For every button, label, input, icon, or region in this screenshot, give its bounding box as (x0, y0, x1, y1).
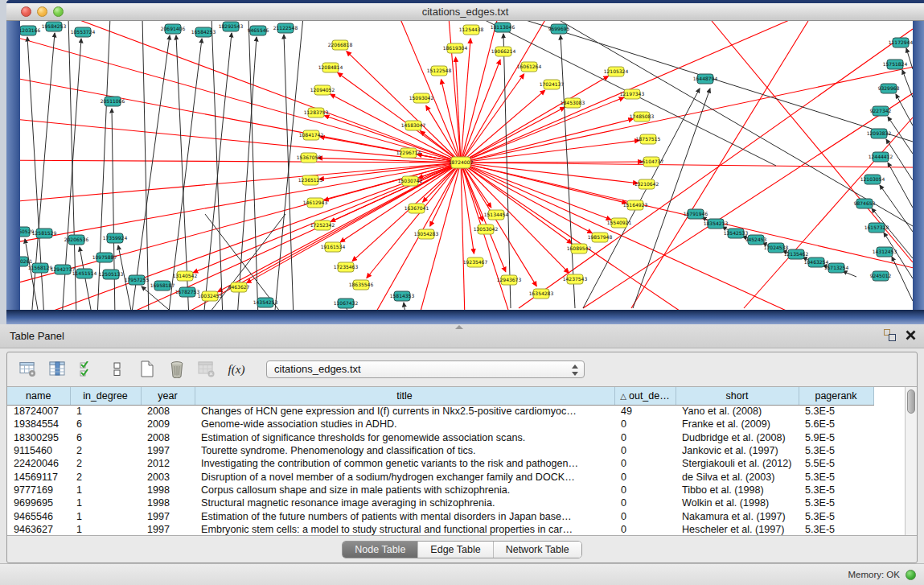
table-row[interactable]: 977716911998Corpus callosum shape and si… (7, 484, 873, 496)
table-cell[interactable]: 9777169 (7, 484, 70, 496)
table-row[interactable]: 1872400712008Changes of HCN gene express… (7, 405, 873, 418)
table-cell[interactable]: 49 (614, 405, 676, 418)
column-header-short[interactable]: short (676, 387, 799, 405)
table-cell[interactable]: 5.6E-5 (799, 418, 873, 431)
graph-edge[interactable] (888, 163, 913, 208)
table-cell[interactable]: 2 (70, 457, 141, 470)
table-cell[interactable]: 9465546 (7, 509, 70, 522)
graph-edge[interactable] (461, 76, 609, 163)
graph-edge[interactable] (97, 21, 110, 310)
table-cell[interactable]: 19384554 (7, 418, 70, 431)
graph-edge[interactable] (274, 21, 303, 310)
table-cell[interactable]: 9463627 (7, 523, 70, 536)
table-cell[interactable]: Stergiakouli et al. (2012) (676, 457, 799, 470)
scrollbar-thumb[interactable] (907, 389, 915, 414)
graph-edge[interactable] (461, 163, 569, 273)
table-cell[interactable]: Disruption of a novel member of a sodium… (195, 470, 614, 483)
table-cell[interactable]: 5.3E-5 (799, 470, 873, 483)
show-column-icon[interactable] (48, 359, 68, 380)
table-cell[interactable]: Dudbridge et al. (2008) (676, 431, 799, 444)
graph-edge[interactable] (461, 163, 913, 310)
table-cell[interactable]: Tibbo et al. (1998) (676, 484, 799, 496)
graph-edge[interactable] (211, 21, 223, 310)
table-cell[interactable]: Investigating the contribution of common… (195, 457, 614, 470)
table-cell[interactable]: 1998 (141, 496, 195, 509)
graph-edge[interactable] (142, 21, 149, 310)
table-cell[interactable]: 0 (614, 523, 676, 536)
table-row[interactable]: 1830029562008Estimation of significance … (7, 431, 873, 444)
table-cell[interactable]: Tourette syndrome. Phenomenology and cla… (195, 444, 614, 457)
graph-edge[interactable] (461, 163, 913, 310)
graph-edge[interactable] (248, 21, 258, 310)
graph-edge[interactable] (404, 303, 406, 310)
tab-node-table[interactable]: Node Table (343, 542, 417, 558)
graph-edge[interactable] (461, 163, 913, 310)
column-header-pagerank[interactable]: pagerank (799, 387, 873, 405)
table-cell[interactable]: 5.3E-5 (799, 509, 873, 522)
graph-edge[interactable] (519, 29, 913, 308)
table-row[interactable]: 2242004622012Investigating the contribut… (7, 457, 873, 470)
graph-edge[interactable] (892, 257, 913, 301)
table-cell[interactable]: Wolkin et al. (1998) (676, 496, 799, 509)
table-cell[interactable]: 1997 (141, 509, 195, 522)
table-cell[interactable]: 5.3E-5 (799, 484, 873, 496)
table-cell[interactable]: Structural magnetic resonance image aver… (195, 496, 614, 509)
table-cell[interactable]: 0 (614, 470, 676, 483)
graph-edge[interactable] (461, 163, 503, 310)
table-cell[interactable]: 14569117 (7, 470, 70, 483)
column-header-name[interactable]: name (7, 387, 70, 405)
table-settings-icon[interactable] (18, 359, 38, 380)
table-cell[interactable]: Jankovic et al. (1997) (676, 444, 799, 457)
table-cell[interactable]: Embryonic stem cells: a model to study s… (195, 523, 614, 536)
network-canvas[interactable]: 2206681812084814120940521128375310841742… (20, 21, 913, 310)
table-cell[interactable]: 9699695 (7, 496, 70, 509)
graph-edge[interactable] (176, 35, 189, 310)
table-cell[interactable]: 2012 (141, 457, 195, 470)
table-cell[interactable]: 0 (614, 496, 676, 509)
graph-edge[interactable] (902, 70, 913, 97)
graph-edge[interactable] (342, 21, 461, 163)
table-cell[interactable]: 1 (70, 405, 141, 418)
table-cell[interactable]: 1997 (141, 444, 195, 457)
table-row[interactable]: 911546021997Tourette syndrome. Phenomeno… (7, 444, 873, 457)
table-cell[interactable]: Estimation of significance thresholds fo… (195, 431, 614, 444)
splitter-grip-icon[interactable] (455, 325, 463, 329)
graph-edge[interactable] (461, 163, 913, 310)
table-cell[interactable]: 2 (70, 470, 141, 483)
table-selector-dropdown[interactable]: citations_edges.txt (266, 360, 585, 378)
table-cell[interactable]: Franke et al. (2009) (676, 418, 799, 431)
function-builder-icon[interactable]: f(x) (227, 359, 246, 380)
table-cell[interactable]: 2008 (141, 431, 195, 444)
window-titlebar[interactable]: citations_edges.txt (6, 3, 924, 21)
table-cell[interactable]: 1998 (141, 484, 195, 496)
table-cell[interactable]: Corpus callosum shape and size in male p… (195, 484, 614, 496)
graph-edge[interactable] (886, 139, 913, 180)
graph-edge[interactable] (461, 163, 626, 203)
graph-edge[interactable] (168, 39, 202, 310)
column-header-in_degree[interactable]: in_degree (70, 387, 141, 405)
table-cell[interactable]: Genome-wide association studies in ADHD. (195, 418, 614, 431)
close-panel-icon[interactable] (906, 330, 916, 340)
table-cell[interactable]: 2008 (141, 405, 195, 418)
table-cell[interactable]: 9115460 (7, 444, 70, 457)
table-cell[interactable]: 22420046 (7, 457, 70, 470)
table-cell[interactable]: 0 (614, 418, 676, 431)
graph-edge[interactable] (331, 163, 461, 221)
table-cell[interactable]: 18724007 (7, 405, 70, 418)
graph-edge[interactable] (461, 162, 643, 163)
table-cell[interactable]: 0 (614, 509, 676, 522)
graph-edge[interactable] (461, 163, 536, 286)
table-cell[interactable]: 2009 (141, 418, 195, 431)
table-cell[interactable]: 1 (70, 496, 141, 509)
table-row[interactable]: 946362711997Embryonic stem cells: a mode… (7, 523, 873, 536)
tab-edge-table[interactable]: Edge Table (417, 542, 492, 558)
float-panel-icon[interactable] (884, 329, 896, 341)
table-cell[interactable]: 6 (70, 431, 141, 444)
table-cell[interactable]: Hescheler et al. (1997) (676, 523, 799, 536)
table-cell[interactable]: 0 (614, 457, 676, 470)
graph-edge[interactable] (503, 34, 511, 308)
table-cell[interactable]: 6 (70, 418, 141, 431)
table-cell[interactable]: 2 (70, 444, 141, 457)
table-row[interactable]: 946554611997Estimation of the future num… (7, 509, 873, 522)
table-cell[interactable]: 5.3E-5 (799, 496, 873, 509)
